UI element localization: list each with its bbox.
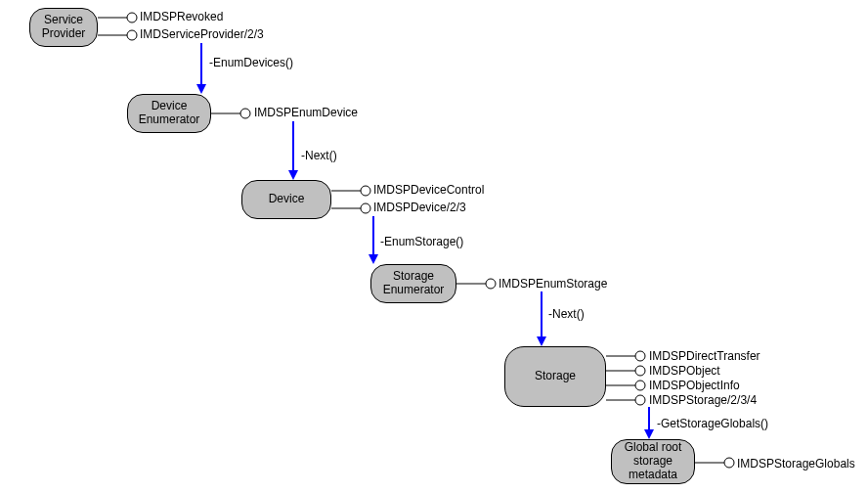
call-label-next2: -Next() bbox=[548, 307, 585, 321]
lollipop-icon bbox=[331, 203, 370, 213]
lollipop-icon bbox=[331, 186, 370, 196]
arrow-icon bbox=[369, 217, 378, 264]
svg-point-1 bbox=[127, 13, 137, 22]
svg-marker-27 bbox=[644, 429, 654, 439]
node-label: Global root storage metadata bbox=[625, 441, 682, 481]
lollipop-icon bbox=[606, 381, 645, 390]
call-label-getstorageglobals: -GetStorageGlobals() bbox=[657, 417, 768, 430]
svg-point-9 bbox=[361, 203, 370, 213]
svg-point-3 bbox=[127, 30, 137, 40]
node-device: Device bbox=[241, 180, 331, 219]
iface-label-imdsp-devicecontrol: IMDSPDeviceControl bbox=[373, 183, 484, 197]
svg-point-21 bbox=[724, 458, 734, 468]
lollipop-icon bbox=[606, 366, 645, 376]
diagram-canvas: Service Provider Device Enumerator Devic… bbox=[0, 0, 868, 493]
lollipop-icon bbox=[98, 30, 137, 40]
svg-marker-22 bbox=[196, 84, 206, 94]
call-label-next1: -Next() bbox=[301, 149, 337, 162]
iface-label-imdsp-enumdevice: IMDSPEnumDevice bbox=[254, 106, 358, 119]
iface-label-imdserviceprovider: IMDServiceProvider/2/3 bbox=[140, 27, 264, 41]
arrow-icon bbox=[288, 121, 298, 180]
node-storage: Storage bbox=[504, 346, 606, 407]
arrow-icon bbox=[537, 291, 546, 346]
iface-label-imdsp-directtransfer: IMDSPDirectTransfer bbox=[649, 349, 760, 363]
svg-point-11 bbox=[486, 279, 496, 289]
lollipop-icon bbox=[695, 458, 734, 468]
call-label-enumstorage: -EnumStorage() bbox=[380, 235, 463, 248]
iface-label-imdsp-enumstorage: IMDSPEnumStorage bbox=[499, 277, 607, 291]
node-label: Storage Enumerator bbox=[383, 270, 445, 297]
iface-label-imdsp-revoked: IMDSPRevoked bbox=[140, 10, 223, 23]
svg-point-5 bbox=[240, 109, 250, 118]
iface-label-imdsp-object: IMDSPObject bbox=[649, 364, 720, 378]
node-label: Service Provider bbox=[42, 14, 86, 41]
iface-label-imdsp-device: IMDSPDevice/2/3 bbox=[373, 201, 466, 214]
svg-point-7 bbox=[361, 186, 370, 196]
node-label: Storage bbox=[535, 370, 576, 383]
lollipop-icon bbox=[98, 13, 137, 22]
svg-marker-23 bbox=[288, 170, 298, 180]
iface-label-imdsp-storage: IMDSPStorage/2/3/4 bbox=[649, 393, 757, 407]
svg-point-15 bbox=[635, 366, 645, 376]
node-global-root: Global root storage metadata bbox=[611, 439, 695, 484]
lollipop-icon bbox=[211, 109, 250, 118]
arrow-icon bbox=[644, 407, 654, 439]
lollipop-icon bbox=[456, 279, 496, 289]
iface-label-imdsp-objectinfo: IMDSPObjectInfo bbox=[649, 379, 740, 392]
node-label: Device Enumerator bbox=[139, 100, 200, 127]
call-label-enumdevices: -EnumDevices() bbox=[209, 56, 293, 69]
lollipop-icon bbox=[606, 351, 645, 361]
svg-marker-25 bbox=[369, 254, 378, 264]
svg-point-13 bbox=[635, 351, 645, 361]
svg-point-19 bbox=[635, 395, 645, 405]
iface-label-imdsp-storageglobals: IMDSPStorageGlobals bbox=[737, 457, 855, 471]
svg-point-17 bbox=[635, 381, 645, 390]
lollipop-icon bbox=[606, 395, 645, 405]
node-service-provider: Service Provider bbox=[29, 8, 98, 47]
node-device-enumerator: Device Enumerator bbox=[127, 94, 211, 133]
node-label: Device bbox=[269, 193, 305, 206]
svg-marker-26 bbox=[537, 336, 546, 346]
node-storage-enumerator: Storage Enumerator bbox=[370, 264, 456, 303]
arrow-icon bbox=[196, 43, 206, 94]
